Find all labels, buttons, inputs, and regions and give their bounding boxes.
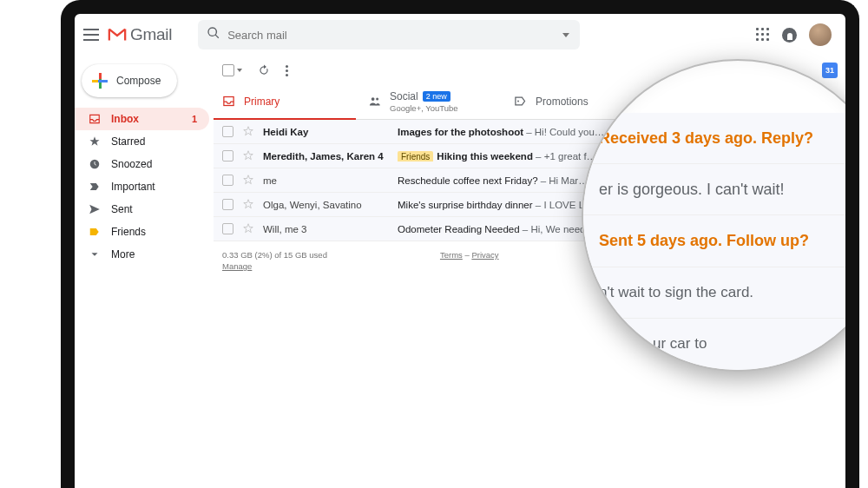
storage-text: 0.33 GB (2%) of 15 GB used <box>222 250 327 260</box>
notifications-icon[interactable] <box>782 28 797 43</box>
sidebar-item-label: Starred <box>111 135 145 148</box>
nudge-text: Received 3 days ago. Reply? <box>599 129 813 148</box>
row-sender: me <box>263 175 389 186</box>
brand-text: Gmail <box>130 25 172 44</box>
tab-primary[interactable]: Primary <box>214 83 359 119</box>
sidebar-item-inbox[interactable]: Inbox 1 <box>75 108 209 130</box>
social-tab-icon <box>368 95 381 108</box>
tab-label: Promotions <box>536 96 589 108</box>
refresh-icon[interactable] <box>258 64 270 76</box>
star-icon[interactable] <box>242 222 254 236</box>
compose-button[interactable]: Compose <box>82 64 177 97</box>
privacy-link[interactable]: Privacy <box>471 250 498 260</box>
search-options-caret-icon[interactable] <box>562 33 569 37</box>
menu-icon[interactable] <box>83 29 99 41</box>
svg-point-3 <box>376 98 378 101</box>
magnifier-line: er is gorgeous. I can't wait! A <box>583 164 859 215</box>
sidebar-item-label: More <box>111 248 135 260</box>
sidebar-item-more[interactable]: More <box>75 243 209 266</box>
apps-grid-icon[interactable] <box>756 28 770 42</box>
inbox-icon <box>89 113 101 125</box>
terms-link[interactable]: Terms <box>440 250 463 260</box>
sidebar-item-label: Snoozed <box>111 158 152 170</box>
tab-social[interactable]: Social 2 new Google+, YouTube <box>359 83 505 119</box>
star-icon[interactable] <box>242 149 254 163</box>
row-checkbox[interactable] <box>222 126 233 137</box>
magnifier-line: Received 3 days ago. Reply? <box>583 113 859 164</box>
svg-point-4 <box>517 101 519 102</box>
avatar[interactable] <box>809 23 832 46</box>
sidebar-item-label: Important <box>111 181 155 193</box>
nudge-text: Sent 5 days ago. Follow up? <box>599 232 809 250</box>
row-checkbox[interactable] <box>222 223 233 234</box>
star-icon[interactable] <box>242 125 254 139</box>
sidebar-item-label: Sent <box>111 203 133 215</box>
snippet-text: n't wait to sign the card. <box>599 284 753 301</box>
row-checkbox[interactable] <box>222 175 233 186</box>
send-icon <box>89 203 101 215</box>
primary-tab-icon <box>222 95 235 108</box>
header: Gmail <box>75 14 845 56</box>
search-input[interactable] <box>227 29 556 42</box>
sidebar: Compose Inbox 1 Starred Snoozed I <box>75 57 214 488</box>
star-icon[interactable] <box>242 198 254 212</box>
sidebar-item-friends[interactable]: Friends <box>75 221 209 243</box>
search-icon <box>207 26 220 43</box>
clock-icon <box>89 158 101 170</box>
row-sender: Will, me 3 <box>263 224 389 234</box>
sidebar-item-label: Friends <box>111 226 146 238</box>
sidebar-item-label: Inbox <box>111 113 139 125</box>
row-sender: Olga, Wenyi, Savatino <box>263 200 389 210</box>
search-bar[interactable] <box>198 20 580 49</box>
inbox-count: 1 <box>192 114 197 124</box>
sidebar-item-snoozed[interactable]: Snoozed <box>75 153 209 175</box>
sidebar-item-sent[interactable]: Sent <box>75 198 209 221</box>
select-dropdown-caret-icon[interactable] <box>237 69 242 72</box>
star-icon[interactable] <box>242 174 254 188</box>
svg-point-2 <box>372 97 375 101</box>
star-icon <box>89 135 101 148</box>
plus-icon <box>92 73 108 89</box>
row-checkbox[interactable] <box>222 199 233 210</box>
row-sender: Meredith, James, Karen 4 <box>263 151 389 162</box>
promotions-tab-icon <box>514 95 527 108</box>
gmail-logo-icon <box>108 27 127 43</box>
chevron-down-icon <box>89 248 101 260</box>
compose-label: Compose <box>116 75 161 87</box>
important-icon <box>89 181 101 193</box>
tab-label: Social <box>390 90 418 102</box>
magnifier-line: Sent 5 days ago. Follow up? <box>583 215 859 267</box>
side-panel: 31 <box>814 63 845 78</box>
sidebar-item-starred[interactable]: Starred <box>75 130 209 153</box>
magnifier-line: n't wait to sign the card. <box>583 267 859 319</box>
row-tag: Friends <box>398 151 433 162</box>
snippet-text: ur car to <box>653 335 707 353</box>
label-icon <box>89 226 101 238</box>
calendar-addon-icon[interactable]: 31 <box>822 63 838 78</box>
more-menu-icon[interactable] <box>286 65 288 76</box>
select-all-checkbox[interactable] <box>222 64 234 76</box>
row-checkbox[interactable] <box>222 150 233 162</box>
social-badge: 2 new <box>423 91 450 102</box>
brand[interactable]: Gmail <box>108 25 172 44</box>
row-sender: Heidi Kay <box>263 127 389 137</box>
snippet-text: er is gorgeous. I can't wait! <box>599 181 785 199</box>
manage-link[interactable]: Manage <box>222 261 252 271</box>
social-sublabel: Google+, YouTube <box>390 103 458 113</box>
sidebar-item-important[interactable]: Important <box>75 175 209 198</box>
tab-label: Primary <box>244 96 279 108</box>
